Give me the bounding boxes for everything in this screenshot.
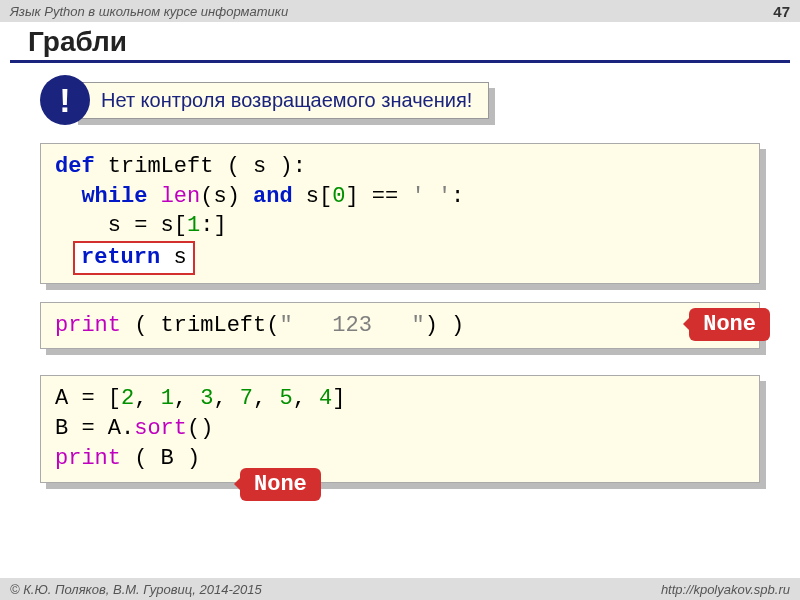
- slide-title: Грабли: [10, 22, 790, 63]
- warning-row: ! Нет контроля возвращаемого значения!: [40, 75, 800, 125]
- exclamation-icon: !: [40, 75, 90, 125]
- warning-text: Нет контроля возвращаемого значения!: [72, 82, 489, 119]
- callout-none-2: None: [240, 468, 321, 501]
- course-title: Язык Python в школьном курсе информатики: [10, 4, 288, 19]
- code-block-3: A = [2, 1, 3, 7, 5, 4] B = A.sort() prin…: [40, 375, 760, 482]
- page-number: 47: [773, 3, 790, 20]
- footer-url: http://kpolyakov.spb.ru: [661, 582, 790, 597]
- code-block-1: def trimLeft ( s ): while len(s) and s[0…: [40, 143, 760, 284]
- code-block-2: print ( trimLeft(" 123 ") ) None: [40, 302, 760, 350]
- callout-none-1: None: [689, 308, 770, 341]
- header-bar: Язык Python в школьном курсе информатики…: [0, 0, 800, 22]
- footer-bar: © К.Ю. Поляков, В.М. Гуровиц, 2014-2015 …: [0, 578, 800, 600]
- copyright: © К.Ю. Поляков, В.М. Гуровиц, 2014-2015: [10, 582, 262, 597]
- return-highlight: return s: [73, 241, 195, 275]
